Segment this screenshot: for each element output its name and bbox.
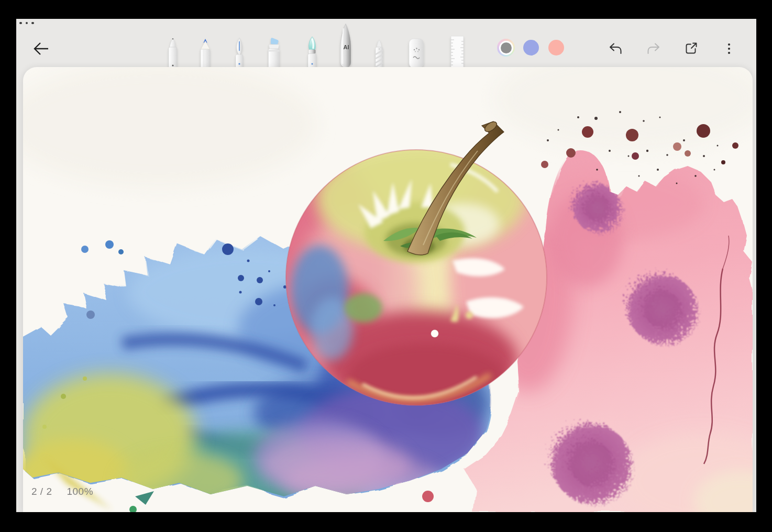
toolbar: AI	[16, 19, 756, 67]
zoom-level: 100%	[67, 486, 93, 497]
drawing-canvas[interactable]: 2 / 2 100%	[23, 67, 753, 512]
back-arrow-icon	[32, 41, 50, 57]
highlighter-icon	[261, 36, 286, 68]
tool-fountain-pen-button[interactable]	[227, 37, 252, 70]
color-picker-button[interactable]	[497, 39, 515, 57]
tool-pencil-button[interactable]	[193, 38, 218, 70]
color-swatch-periwinkle[interactable]	[523, 40, 539, 56]
ai-pen-icon: AI	[333, 23, 358, 68]
app-window: AI	[16, 19, 756, 512]
tool-watercolor-brush-button[interactable]	[300, 36, 325, 70]
magenta-bleed-blob	[624, 271, 693, 340]
textured-pen-icon	[367, 39, 392, 68]
ballpoint-pen-icon	[160, 38, 185, 68]
magenta-bleed-blob	[569, 180, 617, 228]
magenta-bleed-blob	[548, 420, 627, 500]
tool-highlighter-button[interactable]	[261, 36, 286, 70]
tool-eraser-button[interactable]	[404, 38, 429, 70]
ai-pen-label: AI	[344, 44, 349, 50]
undo-button[interactable]	[604, 37, 627, 60]
open-in-new-icon	[683, 40, 699, 56]
tool-ballpoint-pen-button[interactable]	[160, 38, 185, 70]
canvas-status: 2 / 2 100%	[31, 486, 93, 497]
open-in-new-button[interactable]	[679, 37, 702, 60]
watercolor-brush-icon	[300, 36, 325, 68]
watercolor-apple-artwork	[23, 67, 753, 512]
tool-textured-pen-button[interactable]	[367, 39, 392, 70]
pencil-icon	[193, 38, 218, 68]
pink-spatter-dot	[422, 491, 434, 502]
page-indicator: 2 / 2	[31, 486, 52, 497]
redo-icon	[646, 41, 661, 56]
more-options-button[interactable]	[718, 37, 741, 60]
eraser-icon	[404, 38, 429, 68]
screen: { "app": { "name": "drawing-note-editor"…	[0, 0, 772, 532]
toolbar-handle[interactable]	[16, 19, 37, 27]
handle-dot	[26, 22, 28, 25]
fountain-pen-icon	[227, 37, 252, 68]
more-vertical-icon	[722, 41, 736, 57]
back-button[interactable]	[31, 38, 52, 59]
tool-ai-pen-button[interactable]: AI	[333, 23, 358, 70]
color-swatch-salmon[interactable]	[548, 40, 564, 56]
undo-icon	[608, 41, 623, 56]
redo-button[interactable]	[642, 37, 665, 60]
color-picker-current-color	[499, 41, 513, 55]
handle-dot	[19, 22, 22, 25]
ruler-icon	[445, 36, 470, 68]
tool-ruler-button[interactable]	[445, 36, 470, 70]
handle-dot	[31, 22, 34, 25]
